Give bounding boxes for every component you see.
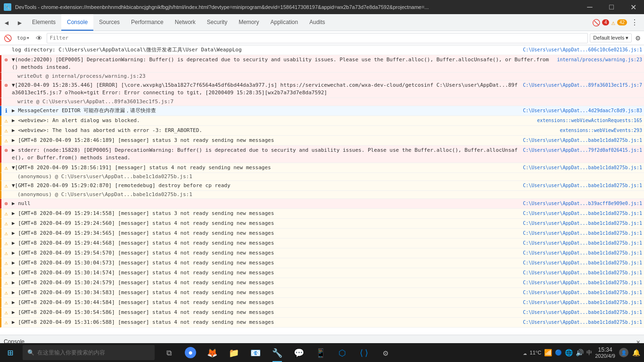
log-file-link-22[interactable]: C:\Users\user\AppDat...babe1c1da0275b.js… [521, 318, 644, 326]
error-icon-1: ⊗ [1, 56, 11, 63]
log-content-5: ▶ <webview>: The load has aborted with e… [11, 126, 558, 135]
taskbar-app-wechat[interactable]: 💬 [289, 343, 309, 362]
warn-symbol: ⚠ [4, 220, 8, 227]
log-row-15: ⚠▶ [GMT+8 2020-04-09 15:29:54:570] [mess… [0, 248, 644, 258]
tab-memory[interactable]: Memory [233, 14, 264, 31]
log-file-link-13[interactable]: C:\Users\user\AppDat...babe1c1da0275b.js… [521, 229, 644, 237]
taskbar-app-mail[interactable]: 📧 [245, 343, 266, 362]
console-settings-icon[interactable]: ⚙ [634, 33, 642, 42]
eye-toggle-button[interactable]: 👁 [33, 33, 45, 44]
log-file-link-7[interactable]: C:\Users\user\AppDat...79f2d0af026415.js… [521, 146, 644, 154]
log-row-1: ⊗▼(node:20200) [DEP0005] DeprecationWarn… [0, 55, 644, 73]
taskbar-app-code[interactable]: ⬡ [332, 343, 353, 362]
warn-symbol: ⚠ [4, 299, 8, 306]
start-button[interactable]: ⊞ [0, 343, 21, 362]
log-row-18: ⚠▶ [GMT+8 2020-04-09 15:30:24:579] [mess… [0, 278, 644, 288]
log-file-link-2[interactable]: C:\Users\user\AppDat...89fa36013ec1f5.js… [521, 81, 644, 89]
tab-console[interactable]: Console [61, 14, 93, 31]
log-file-link-8[interactable]: C:\Users\user\AppDat...babe1c1da0275b.js… [521, 164, 644, 171]
log-file-link-16[interactable]: C:\Users\user\AppDat...babe1c1da0275b.js… [521, 259, 644, 266]
log-content-3: ▶ MessageCenter EDITOR 可能存在内存泄漏，请尽快排查 [11, 107, 521, 115]
taskbar-app-chrome1[interactable]: ● [180, 343, 201, 362]
log-file-link-4[interactable]: extensions::webViewActionRequests:165 [535, 116, 644, 124]
taskbar-notification-button[interactable]: 🔔 [632, 349, 640, 356]
log-file-link-10[interactable]: C:\Users\user\AppDat...b39acff8e909e0.js… [521, 199, 644, 207]
taskbar-clock[interactable]: 15:34 2020/4/9 [595, 346, 615, 359]
taskbar-app-devtools[interactable]: 🔧 [267, 343, 288, 362]
warn-symbol: ⚠ [4, 210, 8, 217]
taskbar-search-input[interactable] [37, 349, 150, 356]
taskbar-bluetooth-icon: 🔵 [555, 349, 562, 356]
log-file-link-6[interactable]: C:\Users\user\AppDat...babe1c1da0275b.js… [521, 136, 644, 144]
info-symbol: ℹ [5, 107, 8, 114]
log-levels-dropdown[interactable]: Default levels ▾ [590, 33, 632, 42]
log-file-link-9[interactable]: C:\Users\user\AppDat...babe1c1da0275b.js… [521, 181, 644, 189]
taskbar-app-files[interactable]: 📁 [223, 343, 244, 362]
log-row-17: ⚠▶ [GMT+8 2020-04-09 15:30:14:574] [mess… [0, 268, 644, 278]
devtools-tab-bar: ◀ ▶ Elements Console Sources Performance… [0, 14, 644, 31]
tab-security[interactable]: Security [201, 14, 233, 31]
log-content-21: ▶ [GMT+8 2020-04-09 15:30:54:586] [messa… [11, 308, 521, 317]
log-file-link-18[interactable]: C:\Users\user\AppDat...babe1c1da0275b.js… [521, 279, 644, 286]
log-subrow-1: writeOut @ internal/process/warning.js:2… [0, 73, 644, 81]
log-file-link-20[interactable]: C:\Users\user\AppDat...babe1c1da0275b.js… [521, 298, 644, 306]
log-row-7: ⊗▶ stderr: (node:15828) [DEP0005] Deprec… [0, 146, 644, 163]
log-file-link-5[interactable]: extensions::webViewEvents:293 [558, 126, 644, 134]
taskbar-user-avatar[interactable]: 👤 [618, 347, 629, 358]
back-nav-button[interactable]: ◀ [0, 14, 13, 31]
taskbar-wifi-icon: 📶 [544, 349, 552, 356]
filter-input[interactable] [47, 33, 588, 43]
log-row-20: ⚠▶ [GMT+8 2020-04-09 15:30:44:584] [mess… [0, 298, 644, 308]
avatar-icon: 👤 [619, 348, 628, 357]
taskbar-app-code2[interactable]: ⟨⟩ [354, 343, 374, 362]
tab-sources[interactable]: Sources [93, 14, 125, 31]
log-row-0: log directory: C:\Users\user\AppData\Loc… [0, 45, 644, 55]
minimize-button[interactable]: ─ [579, 0, 601, 14]
tab-audits[interactable]: Audits [304, 14, 330, 31]
clear-console-button[interactable]: 🚫 [2, 33, 13, 44]
tab-performance[interactable]: Performance [125, 14, 169, 31]
warn-icon-19: ⚠ [1, 288, 11, 296]
taskbar-app-settings[interactable]: ⚙ [375, 343, 396, 362]
log-content-1: ▼(node:20200) [DEP0005] DeprecationWarni… [11, 56, 555, 72]
restore-button[interactable]: □ [601, 0, 622, 14]
warn-icon-18: ⚠ [1, 279, 11, 286]
log-file-link-17[interactable]: C:\Users\user\AppDat...babe1c1da0275b.js… [521, 269, 644, 276]
taskbar-date: 2020/4/9 [595, 353, 615, 359]
warn-icon-17: ⚠ [1, 269, 11, 276]
log-content-18: ▶ [GMT+8 2020-04-09 15:30:24:579] [messa… [11, 279, 521, 287]
top-selector-button[interactable]: top ▾ [15, 33, 32, 44]
log-file-link-1[interactable]: internal/process/warning.js:23 [555, 56, 644, 63]
taskbar-search-box[interactable]: 🔍 [23, 345, 155, 360]
close-button[interactable]: ✕ [622, 0, 644, 14]
taskbar-app-taskview[interactable]: ⧉ [158, 343, 179, 362]
tab-application[interactable]: Application [265, 14, 304, 31]
log-row-5: ⚠▶ <webview>: The load has aborted with … [0, 126, 644, 136]
log-content-4: ▶ <webview>: An alert dialog was blocked… [11, 116, 535, 125]
log-file-link-12[interactable]: C:\Users\user\AppDat...babe1c1da0275b.js… [521, 219, 644, 227]
devtools-settings-button[interactable]: ⋮ [629, 18, 640, 27]
log-content-20: ▶ [GMT+8 2020-04-09 15:30:44:584] [messa… [11, 298, 521, 307]
warn-symbol: ⚠ [4, 289, 8, 296]
tab-network[interactable]: Network [169, 14, 201, 31]
taskbar-app-browser2[interactable]: 🦊 [202, 343, 223, 362]
devtools-icon: 🔧 [4, 3, 11, 11]
tab-elements[interactable]: Elements [26, 14, 61, 31]
log-file-link-3[interactable]: C:\Users\user\AppDat...4d29daac7c8d9.js:… [521, 107, 644, 114]
log-file-link-14[interactable]: C:\Users\user\AppDat...babe1c1da0275b.js… [521, 239, 644, 247]
warn-icon-5: ⚠ [1, 126, 11, 134]
forward-nav-button[interactable]: ▶ [13, 14, 26, 31]
code-icon: ⬡ [337, 347, 348, 358]
taskbar-app-mini[interactable]: 📱 [310, 343, 331, 362]
log-row-9: ⚠▼[GMT+8 2020-04-09 15:29:02:870] [remot… [0, 181, 644, 191]
log-subrow-8: (anonymous) @ C:\Users\user\AppDat...bab… [0, 173, 644, 181]
log-row-19: ⚠▶ [GMT+8 2020-04-09 15:30:34:583] [mess… [0, 288, 644, 298]
log-content-16: ▶ [GMT+8 2020-04-09 15:30:04:573] [messa… [11, 259, 521, 267]
log-file-link-15[interactable]: C:\Users\user\AppDat...babe1c1da0275b.js… [521, 249, 644, 256]
log-file-link-0[interactable]: C:\Users\user\AppDat...606c10c6e02136.js… [521, 46, 644, 53]
log-file-link-11[interactable]: C:\Users\user\AppDat...babe1c1da0275b.js… [521, 209, 644, 217]
log-file-link-21[interactable]: C:\Users\user\AppDat...babe1c1da0275b.js… [521, 308, 644, 316]
log-file-link-19[interactable]: C:\Users\user\AppDat...babe1c1da0275b.js… [521, 288, 644, 296]
taskbar-network-icon: 🌐 [565, 349, 573, 356]
error-symbol: ⊗ [4, 82, 8, 89]
